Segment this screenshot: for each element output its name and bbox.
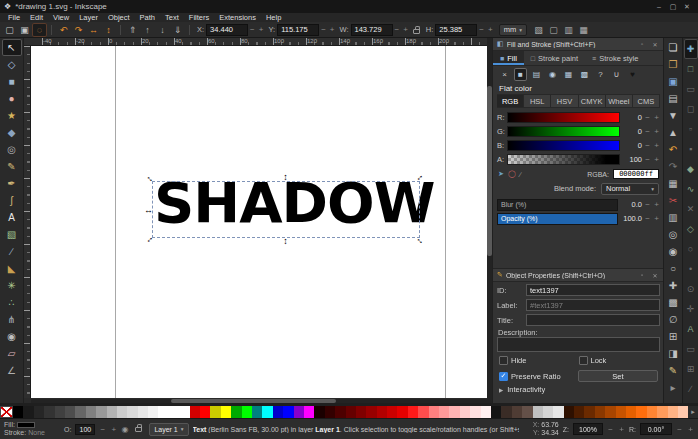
palette-swatch[interactable] [273,406,283,418]
star-tool[interactable]: ★ [2,107,22,124]
color-slider[interactable] [507,112,620,123]
opacity-value[interactable]: 100.0 [620,214,642,223]
edit-color-icon[interactable]: ∕ [520,171,521,178]
zoom-inc[interactable]: + [618,425,625,434]
vertical-ruler[interactable] [24,46,31,398]
dropper-tool[interactable]: ∕ [2,243,22,260]
palette-swatch[interactable] [584,406,594,418]
raise-to-top-button[interactable]: ⇑ [125,23,140,37]
rotate-ccw-button[interactable]: ↶ [56,23,71,37]
blur-decrement[interactable]: − [644,200,651,209]
color-picker-icon[interactable]: ➤ [498,170,504,178]
paint-none-button[interactable]: × [498,68,511,81]
slider-value[interactable]: 0 [622,113,642,122]
rotation-input[interactable]: 0.00° [640,423,672,435]
snap-enable-toggle[interactable]: ✚ [684,39,698,59]
set-button[interactable]: Set [578,370,658,382]
box3d-tool[interactable]: ◆ [2,124,22,141]
close-button[interactable]: ✕ [680,1,694,12]
color-slider[interactable] [507,126,620,137]
palette-swatch[interactable] [283,406,293,418]
palette-swatch[interactable] [169,406,179,418]
palette-swatch[interactable] [190,406,200,418]
zoom-selection-button[interactable]: ◎ [665,226,682,243]
rotate-cw-button[interactable]: ↷ [71,23,86,37]
palette-swatch[interactable] [107,406,117,418]
snap-nodes-toggle[interactable]: ◆ [684,159,698,179]
pencil-tool[interactable]: ✎ [2,158,22,175]
eraser-tool[interactable]: ▱ [2,345,22,362]
duplicate-button[interactable]: ✚ [665,277,682,294]
palette-swatch[interactable] [13,406,23,418]
h-field[interactable]: 25.385 [435,24,477,36]
color-space-tab[interactable]: HSV [551,94,578,108]
palette-swatch[interactable] [668,406,678,418]
palette-swatch[interactable] [138,406,148,418]
color-space-tab[interactable]: CMYK [579,94,606,108]
raise-button[interactable]: ↑ [140,23,155,37]
palette-swatch[interactable] [335,406,345,418]
fill-stroke-tab[interactable]: □Stroke paint [524,51,585,65]
paint-linear-gradient-button[interactable]: ▤ [530,68,543,81]
palette-swatch[interactable] [512,406,522,418]
opacity-decrement[interactable]: − [644,214,651,223]
lower-to-bottom-button[interactable]: ⇓ [170,23,185,37]
x-field[interactable]: 34.440 [206,24,248,36]
selection-handle-n[interactable]: ↔ [282,173,291,182]
undo-button[interactable]: ↶ [665,141,682,158]
selector-tool[interactable]: ↖ [2,39,22,56]
commands-overflow-button[interactable]: ▸ [665,379,682,396]
paint-bucket-tool[interactable]: ◣ [2,260,22,277]
blend-mode-select[interactable]: Normal▾ [601,183,659,195]
palette-swatch[interactable] [574,406,584,418]
scale-gradient-toggle[interactable]: ▥ [561,23,576,37]
palette-swatch[interactable] [470,406,480,418]
slider-value[interactable]: 100 [622,155,642,164]
snap-grid-toggle[interactable]: ⊞ [684,359,698,379]
blur-increment[interactable]: + [653,200,660,209]
y-increment[interactable]: + [328,25,337,34]
zoom-input[interactable]: 100% [573,423,603,435]
hide-checkbox[interactable] [499,356,508,365]
h-increment[interactable]: + [486,25,495,34]
description-textarea[interactable] [497,337,660,352]
color-space-tab[interactable]: HSL [524,94,551,108]
save-document-button[interactable]: ▣ [665,73,682,90]
paint-unknown-button[interactable]: ? [594,68,607,81]
palette-swatch[interactable] [605,406,615,418]
x-increment[interactable]: + [257,25,266,34]
print-document-button[interactable]: ▤ [665,90,682,107]
palette-scroll-arrow[interactable]: ▸ [688,406,698,418]
y-field[interactable]: 115.175 [277,24,319,36]
palette-swatch[interactable] [158,406,168,418]
expander-icon[interactable]: ▶ [499,387,503,393]
palette-swatch[interactable] [346,406,356,418]
snap-bbox-midpoints-toggle[interactable]: ▫ [684,119,698,139]
preserve-ratio-checkbox[interactable]: ✓ [499,372,508,381]
palette-swatch[interactable] [626,406,636,418]
pen-tool[interactable]: ✒ [2,175,22,192]
ellipse-tool[interactable]: ● [2,90,22,107]
color-space-tab[interactable]: CMS [633,94,660,108]
menu-item[interactable]: Help [261,13,286,22]
palette-swatch-none[interactable] [0,406,13,418]
palette-swatch[interactable] [221,406,231,418]
selection-handle-s[interactable]: ↔ [282,237,291,246]
snap-cusp-nodes-toggle[interactable]: ◇ [684,219,698,239]
palette-swatch[interactable] [262,406,272,418]
title-input[interactable] [526,314,660,326]
gamut-warning-icon[interactable]: ◯ [508,170,516,178]
import-button[interactable]: ▼ [665,107,682,124]
paint-mesh-button[interactable]: ∪ [610,68,623,81]
w-decrement[interactable]: − [393,25,402,34]
panel-close-icon[interactable]: ✕ [650,272,660,279]
fill-stroke-tab[interactable]: ≡Stroke style [585,51,645,65]
paste-button[interactable]: ▥ [665,209,682,226]
menu-item[interactable]: Object [103,13,135,22]
palette-swatch[interactable] [657,406,667,418]
palette-swatch[interactable] [366,406,376,418]
snap-bbox-edges-toggle[interactable]: ▭ [684,79,698,99]
deselect-button[interactable]: ◌ [32,23,47,37]
slider-increment[interactable]: + [653,113,660,122]
node-tool[interactable]: ◇ [2,56,22,73]
